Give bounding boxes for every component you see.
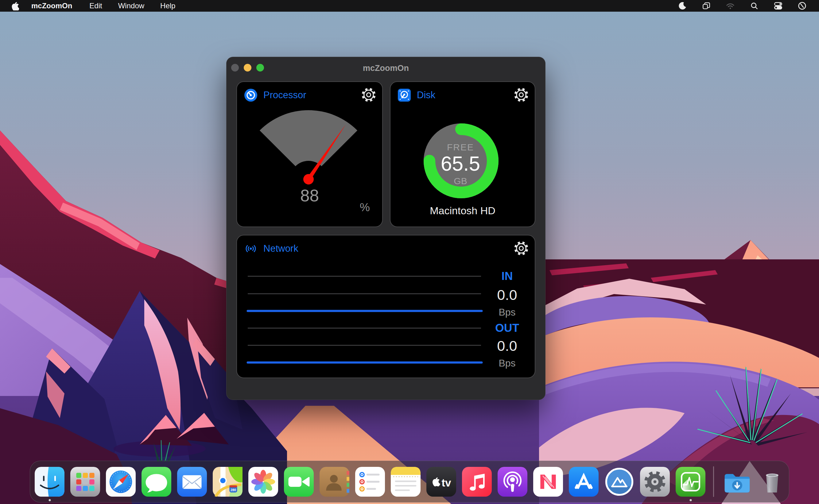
dock-icon-reminders[interactable] xyxy=(355,467,385,497)
dock-separator xyxy=(713,466,714,497)
dock-icon-notes[interactable] xyxy=(391,467,421,497)
running-indicator xyxy=(49,499,51,501)
network-in-value: 0.0 xyxy=(486,286,529,303)
disk-volume-name: Macintosh HD xyxy=(390,205,535,217)
dock-icon-podcasts[interactable] xyxy=(498,467,527,497)
apple-menu[interactable] xyxy=(11,1,19,10)
dock-icon-facetime[interactable] xyxy=(284,467,314,497)
dock-icon-launchpad[interactable] xyxy=(70,467,100,497)
dock-icon-mail[interactable] xyxy=(177,467,207,497)
control-center-icon[interactable] xyxy=(774,1,783,10)
dock-icon-music[interactable] xyxy=(462,467,492,497)
dock-icon-trash[interactable] xyxy=(757,467,787,497)
clock-icon[interactable] xyxy=(798,1,807,10)
title-bar[interactable]: mcZoomOn xyxy=(226,57,545,81)
dock-icon-maps[interactable]: 280 xyxy=(213,467,243,497)
moon-icon[interactable] xyxy=(678,1,687,10)
cpu-unit: % xyxy=(360,201,370,214)
dock: 280 xyxy=(30,461,789,502)
disk-widget: Disk FREE 65.5 GB Macintosh HD xyxy=(390,81,535,227)
dock-icon-mczoomon[interactable] xyxy=(676,467,705,497)
menu-item-edit[interactable]: Edit xyxy=(89,2,102,10)
menu-item-help[interactable]: Help xyxy=(160,2,175,10)
dock-icon-tv[interactable]: tv xyxy=(426,467,456,497)
dock-icon-messages[interactable] xyxy=(142,467,171,497)
menu-bar: mcZoomOn Edit Window Help xyxy=(0,0,819,12)
network-out-unit: Bps xyxy=(486,358,529,369)
wifi-icon[interactable] xyxy=(726,1,735,10)
dock-icon-downloads[interactable] xyxy=(722,467,751,497)
menu-app-name[interactable]: mcZoomOn xyxy=(31,2,72,10)
running-indicator xyxy=(689,499,692,501)
mczoomon-window: mcZoomOn Processor 8 xyxy=(226,57,545,400)
dock-icon-safari[interactable] xyxy=(106,467,136,497)
disk-free-value: 65.5 xyxy=(390,152,530,175)
stage-manager-icon[interactable] xyxy=(702,1,711,10)
svg-text:tv: tv xyxy=(441,477,451,489)
disk-free-unit: GB xyxy=(390,176,530,186)
search-icon[interactable] xyxy=(750,1,759,10)
network-in-label: IN xyxy=(486,270,529,283)
dock-icon-news[interactable] xyxy=(533,467,563,497)
svg-text:280: 280 xyxy=(231,488,236,491)
window-title: mcZoomOn xyxy=(226,64,545,73)
network-widget: Network IN 0.0 Bps OUT 0.0 Bps xyxy=(236,235,535,378)
dock-icon-finder[interactable] xyxy=(35,467,64,497)
menu-item-window[interactable]: Window xyxy=(118,2,144,10)
disk-free-label: FREE xyxy=(390,142,530,153)
network-out-label: OUT xyxy=(486,322,529,335)
dock-icon-app-cleaner[interactable] xyxy=(604,467,634,497)
processor-widget: Processor 88 % xyxy=(236,81,383,227)
dock-icon-app-store[interactable] xyxy=(569,467,599,497)
network-out-value: 0.0 xyxy=(486,337,529,354)
network-in-unit: Bps xyxy=(486,307,529,318)
dock-icon-photos[interactable] xyxy=(248,467,278,497)
dock-icon-contacts[interactable] xyxy=(320,467,349,497)
dock-icon-system-settings[interactable] xyxy=(640,467,670,497)
apple-icon xyxy=(11,1,19,10)
